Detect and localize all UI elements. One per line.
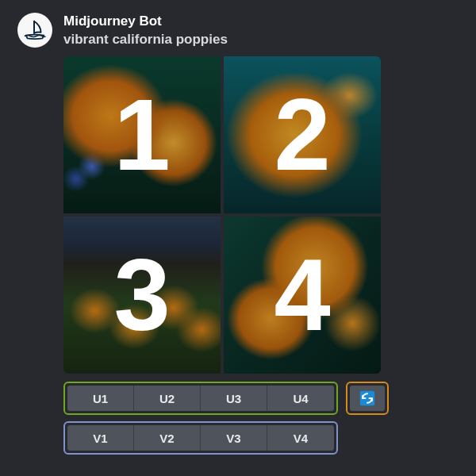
bot-avatar: [17, 13, 52, 48]
reroll-group: [346, 382, 389, 415]
sailboat-icon: [23, 18, 47, 42]
image-cell-4[interactable]: 4: [224, 217, 381, 374]
upscale-button-3[interactable]: U3: [201, 386, 267, 411]
variation-button-3[interactable]: V3: [201, 425, 267, 451]
variation-button-1[interactable]: V1: [67, 425, 134, 451]
cell-number: 2: [274, 84, 330, 186]
message: Midjourney Bot vibrant california poppie…: [0, 0, 476, 455]
upscale-button-2[interactable]: U2: [134, 386, 201, 411]
button-rows: U1 U2 U3 U4: [63, 382, 463, 455]
variation-group: V1 V2 V3 V4: [63, 421, 338, 455]
upscale-group: U1 U2 U3 U4: [63, 382, 338, 415]
upscale-row: U1 U2 U3 U4: [63, 382, 463, 415]
image-cell-1[interactable]: 1: [63, 56, 221, 213]
image-cell-2[interactable]: 2: [224, 56, 381, 213]
prompt-text: vibrant california poppies: [63, 31, 463, 48]
image-grid[interactable]: 1 2 3 4: [63, 56, 381, 374]
reroll-button[interactable]: [350, 386, 385, 411]
cell-number: 3: [113, 244, 170, 346]
upscale-button-1[interactable]: U1: [67, 386, 134, 411]
cell-number: 4: [274, 244, 330, 346]
upscale-button-4[interactable]: U4: [267, 386, 334, 411]
variation-button-4[interactable]: V4: [267, 425, 334, 451]
cell-number: 1: [113, 84, 170, 186]
variation-button-2[interactable]: V2: [134, 425, 201, 451]
image-cell-3[interactable]: 3: [63, 217, 221, 374]
message-content: Midjourney Bot vibrant california poppie…: [63, 13, 463, 455]
bot-name: Midjourney Bot: [63, 13, 463, 30]
variation-row: V1 V2 V3 V4: [63, 421, 463, 455]
refresh-icon: [359, 390, 375, 406]
